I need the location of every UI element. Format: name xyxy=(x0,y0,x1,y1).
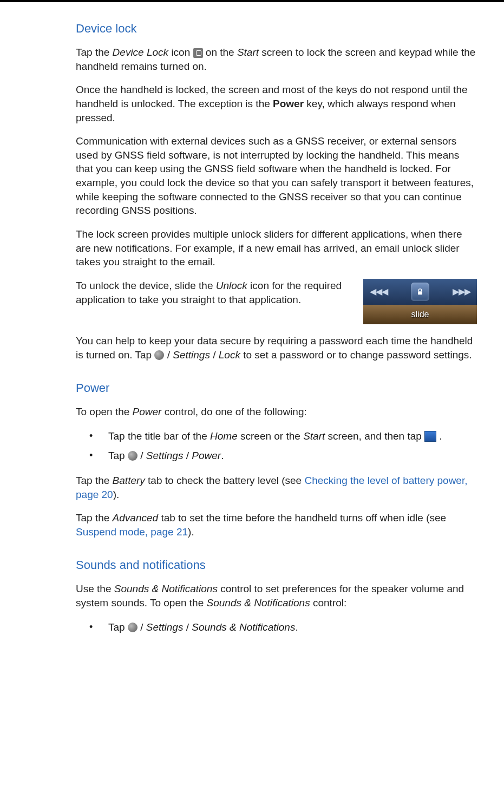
paragraph: To open the Power control, do one of the… xyxy=(76,405,477,419)
text: . xyxy=(295,621,298,633)
link-suspend-mode[interactable]: Suspend mode, page 21 xyxy=(76,526,188,538)
paragraph: The lock screen provides multiple unlock… xyxy=(76,227,477,269)
text: tab to check the battery level (see xyxy=(145,475,305,486)
text: control: xyxy=(310,597,347,608)
text-italic: Home xyxy=(210,430,238,442)
text: To unlock the device, slide the xyxy=(76,280,216,291)
arrow-left-icon: ◀◀◀ xyxy=(370,286,388,297)
text-italic: Power xyxy=(133,406,162,417)
paragraph: Use the Sounds & Notifications control t… xyxy=(76,582,477,610)
paragraph: Tap the Device Lock icon on the Start sc… xyxy=(76,45,477,73)
battery-icon xyxy=(424,431,436,442)
slider-caption: slide xyxy=(363,305,477,324)
device-lock-icon xyxy=(193,48,203,58)
bullet-list: Tap / Settings / Sounds & Notifications. xyxy=(76,620,477,636)
text: . xyxy=(221,450,224,461)
windows-icon xyxy=(128,451,138,461)
text: Tap xyxy=(108,621,128,633)
text-italic: Lock xyxy=(219,349,240,361)
text-italic: Battery xyxy=(113,475,145,486)
text-italic: Sounds & Notifications xyxy=(207,597,310,608)
paragraph: To unlock the device, slide the Unlock i… xyxy=(76,279,352,306)
text: on the xyxy=(203,47,237,58)
slider-top-bar: ◀◀◀ ▶▶▶ xyxy=(363,279,477,305)
unlock-slider-image: ◀◀◀ ▶▶▶ slide xyxy=(363,279,477,324)
text: Tap the xyxy=(76,475,113,486)
windows-icon xyxy=(154,350,164,360)
text: To open the xyxy=(76,406,133,417)
list-item: Tap / Settings / Power. xyxy=(84,448,477,464)
heading-device-lock: Device lock xyxy=(76,22,477,36)
text-italic: Settings xyxy=(146,450,184,461)
text: Tap the xyxy=(76,512,113,523)
arrow-right-icon: ▶▶▶ xyxy=(453,286,470,297)
text: ). xyxy=(113,489,120,500)
text: control, do one of the following: xyxy=(161,406,306,417)
text-italic: Start xyxy=(303,430,325,442)
text-italic: Device Lock xyxy=(113,47,169,58)
text: icon xyxy=(168,47,193,58)
text: . xyxy=(436,430,442,442)
text: ). xyxy=(188,526,194,538)
heading-sounds: Sounds and notifications xyxy=(76,558,477,572)
text: to set a password or to change password … xyxy=(240,349,472,361)
text-italic: Settings xyxy=(173,349,210,361)
page-content: Device lock Tap the Device Lock icon on … xyxy=(0,22,504,635)
text: / xyxy=(164,349,173,361)
page-footer: 36Juno Series Handhelds User Guide xyxy=(0,645,504,812)
text: Tap xyxy=(108,450,128,461)
list-item: Tap / Settings / Sounds & Notifications. xyxy=(84,620,477,636)
windows-icon xyxy=(128,623,138,632)
lock-icon xyxy=(411,283,429,301)
text-italic: Power xyxy=(192,450,221,461)
text: Tap the xyxy=(76,47,113,58)
text: / xyxy=(138,621,146,633)
text: screen, and then tap xyxy=(325,430,424,442)
text: tab to set the time before the handheld … xyxy=(158,512,446,523)
text: Use the xyxy=(76,583,114,594)
text-bold: Power xyxy=(273,98,304,109)
paragraph: Once the handheld is locked, the screen … xyxy=(76,83,477,125)
text-italic: Unlock xyxy=(216,280,247,291)
text-italic: Sounds & Notifications xyxy=(114,583,218,594)
text: / xyxy=(183,450,192,461)
text: Tap the title bar of the xyxy=(108,430,210,442)
top-rule xyxy=(0,0,504,2)
text: screen or the xyxy=(238,430,303,442)
text: / xyxy=(183,621,192,633)
text: / xyxy=(210,349,219,361)
paragraph: You can help to keep your data secure by… xyxy=(76,334,477,362)
paragraph: Tap the Battery tab to check the battery… xyxy=(76,474,477,501)
svg-rect-0 xyxy=(418,291,422,294)
text-italic: Sounds & Notifications xyxy=(192,621,295,633)
heading-power: Power xyxy=(76,381,477,395)
list-item: Tap the title bar of the Home screen or … xyxy=(84,429,477,444)
unlock-row: To unlock the device, slide the Unlock i… xyxy=(76,279,477,324)
text-italic: Start xyxy=(237,47,259,58)
paragraph: Communication with external devices such… xyxy=(76,134,477,218)
text: / xyxy=(138,450,146,461)
bullet-list: Tap the title bar of the Home screen or … xyxy=(76,429,477,464)
paragraph: Tap the Advanced tab to set the time bef… xyxy=(76,511,477,539)
text-italic: Settings xyxy=(146,621,184,633)
text-italic: Advanced xyxy=(113,512,159,523)
